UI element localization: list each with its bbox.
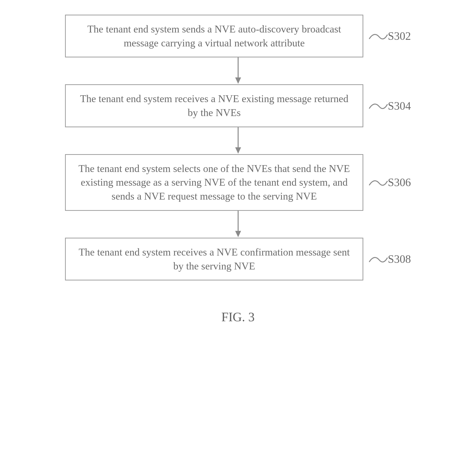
step-label: S304: [388, 99, 411, 112]
step-text: The tenant end system receives a NVE exi…: [75, 92, 354, 119]
connector-tilde-icon: [368, 176, 388, 189]
svg-marker-1: [235, 77, 241, 84]
step-label: S306: [388, 176, 411, 189]
figure-caption: FIG. 3: [221, 310, 255, 324]
arrow-down-icon: [233, 127, 243, 154]
step-label-group: S304: [368, 99, 411, 112]
step-box-1: The tenant end system sends a NVE auto-d…: [65, 15, 363, 57]
connector-tilde-icon: [368, 253, 388, 265]
step-label: S302: [388, 30, 411, 43]
step-text: The tenant end system selects one of the…: [75, 162, 354, 203]
step-text: The tenant end system receives a NVE con…: [75, 245, 354, 273]
step-label-group: S306: [368, 176, 411, 189]
step-row: The tenant end system sends a NVE auto-d…: [43, 15, 434, 57]
connector-tilde-icon: [368, 30, 388, 42]
connector-tilde-icon: [368, 100, 388, 112]
step-label-group: S308: [368, 253, 411, 266]
step-row: The tenant end system selects one of the…: [43, 154, 434, 211]
step-box-4: The tenant end system receives a NVE con…: [65, 238, 363, 280]
flowchart: The tenant end system sends a NVE auto-d…: [43, 15, 434, 280]
arrow-down-icon: [233, 211, 243, 238]
arrow-down-icon: [233, 57, 243, 84]
step-row: The tenant end system receives a NVE con…: [43, 238, 434, 280]
step-label-group: S302: [368, 30, 411, 43]
step-box-3: The tenant end system selects one of the…: [65, 154, 363, 211]
step-label: S308: [388, 253, 411, 266]
svg-marker-5: [235, 231, 241, 237]
step-row: The tenant end system receives a NVE exi…: [43, 84, 434, 127]
svg-marker-3: [235, 147, 241, 154]
step-box-2: The tenant end system receives a NVE exi…: [65, 84, 363, 127]
step-text: The tenant end system sends a NVE auto-d…: [75, 22, 354, 50]
